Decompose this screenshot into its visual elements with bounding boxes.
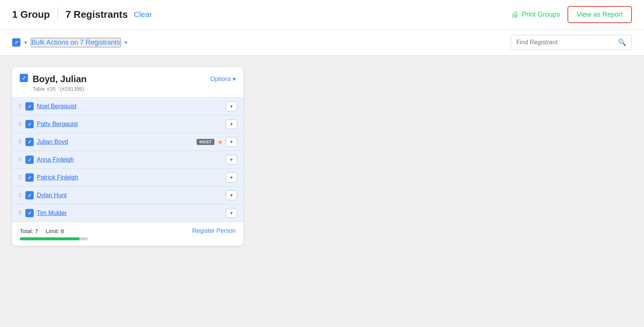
search-box: 🔍: [511, 35, 632, 50]
print-groups-label: Print Groups: [522, 11, 560, 19]
registrant-checkbox[interactable]: [25, 191, 34, 199]
registrant-expand-button[interactable]: ▾: [226, 101, 237, 111]
clear-button[interactable]: Clear: [134, 10, 152, 19]
progress-bar: [20, 237, 88, 240]
registrant-expand-button[interactable]: ▾: [226, 173, 237, 182]
registrant-name[interactable]: Patty Bergquist: [37, 121, 223, 128]
registrant-name[interactable]: Noel Bergquist: [37, 103, 223, 110]
top-bar-right: 🖨 Print Groups View as Report: [511, 6, 632, 23]
registrant-expand-button[interactable]: ▾: [226, 155, 237, 165]
drag-handle[interactable]: ⠿: [18, 121, 22, 127]
view-report-button[interactable]: View as Report: [567, 6, 632, 23]
registrant-name[interactable]: Patrick Finleigh: [37, 174, 223, 181]
select-all-checkbox[interactable]: [12, 38, 20, 47]
options-button[interactable]: Options ▾: [210, 75, 236, 83]
toolbar-left: ▾ Bulk Actions on 7 Registrants ▾: [12, 38, 127, 47]
group-subtitle: Table #35 (#291396): [33, 86, 87, 92]
search-input[interactable]: [516, 39, 615, 46]
registrant-row: ⠿ Julian Boyd HOST ★ ▾: [12, 133, 243, 151]
registrant-row: ⠿ Patty Bergquist ▾: [12, 115, 243, 133]
group-title-block: Boyd, Julian Table #35 (#291396): [33, 74, 87, 92]
drag-handle[interactable]: ⠿: [18, 175, 22, 180]
content-area: Boyd, Julian Table #35 (#291396) Options…: [0, 56, 644, 257]
group-id: (#291396): [60, 86, 84, 92]
bulk-actions-button[interactable]: Bulk Actions on 7 Registrants: [31, 38, 121, 47]
registrant-expand-button[interactable]: ▾: [226, 137, 237, 147]
registrant-checkbox[interactable]: [25, 120, 34, 128]
registrants-count: 7 Registrants: [66, 9, 128, 20]
drag-handle[interactable]: ⠿: [18, 139, 22, 145]
registrant-checkbox[interactable]: [25, 102, 34, 111]
registrant-row: ⠿ Tim Mulder ▾: [12, 204, 243, 222]
group-header: Boyd, Julian Table #35 (#291396) Options…: [12, 67, 243, 98]
star-icon: ★: [217, 139, 223, 146]
registrant-row: ⠿ Patrick Finleigh ▾: [12, 169, 243, 187]
register-person-button[interactable]: Register Person: [192, 227, 236, 234]
top-bar: 1 Group 7 Registrants Clear 🖨 Print Grou…: [0, 0, 644, 30]
registrant-name[interactable]: Anna Finleigh: [37, 156, 223, 163]
limit-count: Limit: 8: [45, 228, 64, 234]
group-title: Boyd, Julian: [33, 74, 87, 84]
groups-count: 1 Group: [12, 9, 50, 20]
registrant-name[interactable]: Tim Mulder: [37, 210, 223, 216]
drag-handle[interactable]: ⠿: [18, 157, 22, 162]
registrant-checkbox[interactable]: [25, 209, 34, 217]
group-card: Boyd, Julian Table #35 (#291396) Options…: [12, 67, 243, 246]
registrant-row: ⠿ Noel Bergquist ▾: [12, 98, 243, 115]
select-all-chevron[interactable]: ▾: [24, 39, 27, 45]
print-groups-button[interactable]: 🖨 Print Groups: [511, 10, 560, 19]
registrant-expand-button[interactable]: ▾: [226, 208, 237, 218]
footer-top: Total: 7 Limit: 8 Register Person: [20, 227, 236, 234]
options-chevron: ▾: [233, 75, 236, 83]
drag-handle[interactable]: ⠿: [18, 104, 22, 109]
registrant-checkbox[interactable]: [25, 156, 34, 164]
top-bar-left: 1 Group 7 Registrants Clear: [12, 8, 152, 22]
group-table: Table #35: [33, 86, 56, 92]
registrant-checkbox[interactable]: [25, 173, 34, 182]
registrant-expand-button[interactable]: ▾: [226, 119, 237, 129]
registrant-row: ⠿ Anna Finleigh ▾: [12, 151, 243, 169]
divider: [58, 8, 58, 22]
group-footer: Total: 7 Limit: 8 Register Person: [12, 222, 243, 246]
options-label: Options: [210, 76, 231, 83]
group-checkbox[interactable]: [20, 74, 28, 82]
footer-totals: Total: 7 Limit: 8: [20, 228, 64, 234]
registrant-list: ⠿ Noel Bergquist ▾ ⠿ Patty Bergquist ▾ ⠿…: [12, 98, 243, 222]
group-header-left: Boyd, Julian Table #35 (#291396): [20, 74, 87, 92]
total-count: Total: 7: [20, 228, 38, 234]
host-badge: HOST: [197, 139, 214, 145]
progress-bar-fill: [20, 237, 80, 240]
search-icon: 🔍: [618, 38, 626, 47]
printer-icon: 🖨: [511, 10, 519, 19]
registrant-name[interactable]: Dylan Hunt: [37, 192, 223, 199]
registrant-checkbox[interactable]: [25, 138, 34, 146]
registrant-row: ⠿ Dylan Hunt ▾: [12, 187, 243, 204]
drag-handle[interactable]: ⠿: [18, 210, 22, 216]
toolbar: ▾ Bulk Actions on 7 Registrants ▾ 🔍: [0, 30, 644, 56]
drag-handle[interactable]: ⠿: [18, 193, 22, 198]
registrant-expand-button[interactable]: ▾: [226, 190, 237, 200]
registrant-name[interactable]: Julian Boyd: [37, 139, 194, 145]
bulk-actions-chevron[interactable]: ▾: [125, 39, 127, 45]
